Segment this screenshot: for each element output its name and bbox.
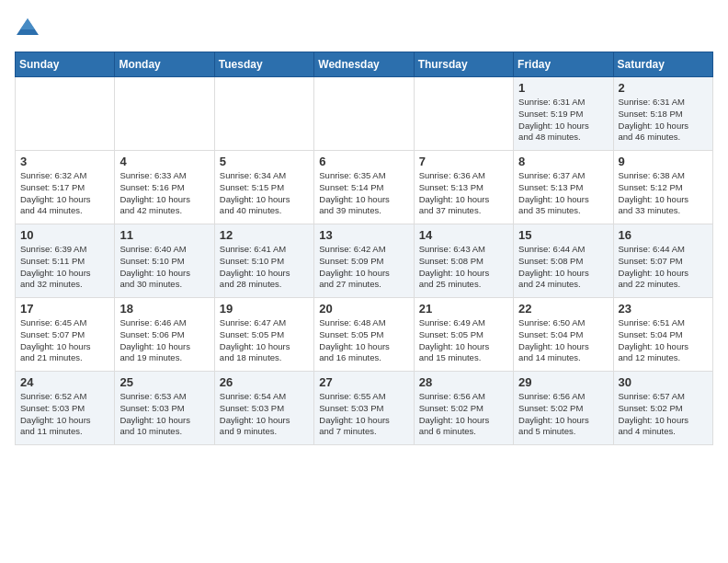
calendar-cell: 16Sunrise: 6:44 AM Sunset: 5:07 PM Dayli… [613,224,712,298]
calendar-cell: 18Sunrise: 6:46 AM Sunset: 5:06 PM Dayli… [115,298,214,372]
day-number: 24 [20,375,109,389]
day-info: Sunrise: 6:42 AM Sunset: 5:09 PM Dayligh… [319,244,408,291]
calendar-cell: 22Sunrise: 6:50 AM Sunset: 5:04 PM Dayli… [514,298,613,372]
calendar-cell: 13Sunrise: 6:42 AM Sunset: 5:09 PM Dayli… [314,224,414,298]
day-info: Sunrise: 6:50 AM Sunset: 5:04 PM Dayligh… [518,317,608,364]
day-info: Sunrise: 6:38 AM Sunset: 5:12 PM Dayligh… [619,170,708,217]
day-number: 28 [419,375,508,389]
day-info: Sunrise: 6:57 AM Sunset: 5:02 PM Dayligh… [619,391,708,438]
header-day: Sunday [16,52,115,77]
calendar-cell: 23Sunrise: 6:51 AM Sunset: 5:04 PM Dayli… [613,298,712,372]
day-number: 1 [518,81,608,95]
calendar-cell: 19Sunrise: 6:47 AM Sunset: 5:05 PM Dayli… [214,298,313,372]
day-number: 7 [419,155,508,168]
calendar-cell: 8Sunrise: 6:37 AM Sunset: 5:13 PM Daylig… [514,151,613,224]
calendar-cell: 21Sunrise: 6:49 AM Sunset: 5:05 PM Dayli… [414,298,513,372]
header-day: Monday [115,52,214,77]
calendar-cell: 26Sunrise: 6:54 AM Sunset: 5:03 PM Dayli… [214,372,313,445]
calendar-cell: 17Sunrise: 6:45 AM Sunset: 5:07 PM Dayli… [16,298,115,372]
day-number: 12 [220,228,309,242]
day-number: 13 [319,228,408,242]
day-number: 21 [419,302,508,316]
calendar-cell: 4Sunrise: 6:33 AM Sunset: 5:16 PM Daylig… [115,151,214,224]
day-info: Sunrise: 6:45 AM Sunset: 5:07 PM Dayligh… [20,317,109,364]
calendar-cell: 5Sunrise: 6:34 AM Sunset: 5:15 PM Daylig… [214,151,313,224]
day-info: Sunrise: 6:55 AM Sunset: 5:03 PM Dayligh… [319,391,408,438]
day-number: 23 [619,302,708,316]
day-info: Sunrise: 6:36 AM Sunset: 5:13 PM Dayligh… [419,170,508,217]
day-number: 10 [20,228,109,242]
day-info: Sunrise: 6:31 AM Sunset: 5:19 PM Dayligh… [518,97,608,144]
header-day: Wednesday [314,52,414,77]
header-day: Thursday [414,52,513,77]
calendar-table: SundayMondayTuesdayWednesdayThursdayFrid… [15,52,713,445]
page-header [15,15,713,40]
calendar-cell: 11Sunrise: 6:40 AM Sunset: 5:10 PM Dayli… [115,224,214,298]
day-number: 2 [619,81,708,95]
day-info: Sunrise: 6:47 AM Sunset: 5:05 PM Dayligh… [220,317,309,364]
calendar-cell: 12Sunrise: 6:41 AM Sunset: 5:10 PM Dayli… [214,224,313,298]
day-number: 17 [20,302,109,316]
calendar-cell: 25Sunrise: 6:53 AM Sunset: 5:03 PM Dayli… [115,372,214,445]
calendar-cell: 15Sunrise: 6:44 AM Sunset: 5:08 PM Dayli… [514,224,613,298]
day-info: Sunrise: 6:54 AM Sunset: 5:03 PM Dayligh… [220,391,309,438]
day-number: 11 [119,228,209,242]
day-info: Sunrise: 6:48 AM Sunset: 5:05 PM Dayligh… [319,317,408,364]
calendar-week-row: 17Sunrise: 6:45 AM Sunset: 5:07 PM Dayli… [16,298,713,372]
calendar-week-row: 3Sunrise: 6:32 AM Sunset: 5:17 PM Daylig… [16,151,713,224]
day-number: 30 [619,375,708,389]
svg-marker-1 [20,18,35,29]
calendar-week-row: 1Sunrise: 6:31 AM Sunset: 5:19 PM Daylig… [16,77,713,151]
day-info: Sunrise: 6:49 AM Sunset: 5:05 PM Dayligh… [419,317,508,364]
calendar-cell: 3Sunrise: 6:32 AM Sunset: 5:17 PM Daylig… [16,151,115,224]
logo-icon [15,15,40,40]
day-info: Sunrise: 6:46 AM Sunset: 5:06 PM Dayligh… [119,317,209,364]
calendar-cell: 24Sunrise: 6:52 AM Sunset: 5:03 PM Dayli… [16,372,115,445]
day-info: Sunrise: 6:35 AM Sunset: 5:14 PM Dayligh… [319,170,408,217]
day-number: 18 [119,302,209,316]
day-info: Sunrise: 6:41 AM Sunset: 5:10 PM Dayligh… [220,244,309,291]
day-number: 19 [220,302,309,316]
day-number: 25 [119,375,209,389]
day-info: Sunrise: 6:34 AM Sunset: 5:15 PM Dayligh… [220,170,309,217]
calendar-cell [16,77,115,151]
day-number: 8 [518,155,608,168]
day-info: Sunrise: 6:56 AM Sunset: 5:02 PM Dayligh… [518,391,608,438]
calendar-cell: 1Sunrise: 6:31 AM Sunset: 5:19 PM Daylig… [514,77,613,151]
day-number: 14 [419,228,508,242]
calendar-cell: 7Sunrise: 6:36 AM Sunset: 5:13 PM Daylig… [414,151,513,224]
calendar-cell: 20Sunrise: 6:48 AM Sunset: 5:05 PM Dayli… [314,298,414,372]
calendar-cell [115,77,214,151]
day-info: Sunrise: 6:31 AM Sunset: 5:18 PM Dayligh… [619,97,708,144]
calendar-cell [314,77,414,151]
calendar-cell [214,77,313,151]
day-info: Sunrise: 6:37 AM Sunset: 5:13 PM Dayligh… [518,170,608,217]
day-info: Sunrise: 6:32 AM Sunset: 5:17 PM Dayligh… [20,170,109,217]
day-number: 3 [20,155,109,168]
day-info: Sunrise: 6:56 AM Sunset: 5:02 PM Dayligh… [419,391,508,438]
day-number: 15 [518,228,608,242]
day-number: 6 [319,155,408,168]
day-info: Sunrise: 6:53 AM Sunset: 5:03 PM Dayligh… [119,391,209,438]
calendar-cell [414,77,513,151]
day-number: 4 [119,155,209,168]
calendar-cell: 2Sunrise: 6:31 AM Sunset: 5:18 PM Daylig… [613,77,712,151]
calendar-header: SundayMondayTuesdayWednesdayThursdayFrid… [16,52,713,77]
header-day: Saturday [613,52,712,77]
day-number: 20 [319,302,408,316]
calendar-cell: 30Sunrise: 6:57 AM Sunset: 5:02 PM Dayli… [613,372,712,445]
day-info: Sunrise: 6:51 AM Sunset: 5:04 PM Dayligh… [619,317,708,364]
day-number: 9 [619,155,708,168]
day-info: Sunrise: 6:33 AM Sunset: 5:16 PM Dayligh… [119,170,209,217]
day-number: 16 [619,228,708,242]
calendar-cell: 10Sunrise: 6:39 AM Sunset: 5:11 PM Dayli… [16,224,115,298]
day-info: Sunrise: 6:40 AM Sunset: 5:10 PM Dayligh… [119,244,209,291]
calendar-body: 1Sunrise: 6:31 AM Sunset: 5:19 PM Daylig… [16,77,713,445]
day-info: Sunrise: 6:44 AM Sunset: 5:08 PM Dayligh… [518,244,608,291]
calendar-cell: 27Sunrise: 6:55 AM Sunset: 5:03 PM Dayli… [314,372,414,445]
day-number: 22 [518,302,608,316]
day-info: Sunrise: 6:52 AM Sunset: 5:03 PM Dayligh… [20,391,109,438]
day-number: 27 [319,375,408,389]
calendar-week-row: 10Sunrise: 6:39 AM Sunset: 5:11 PM Dayli… [16,224,713,298]
header-day: Friday [514,52,613,77]
